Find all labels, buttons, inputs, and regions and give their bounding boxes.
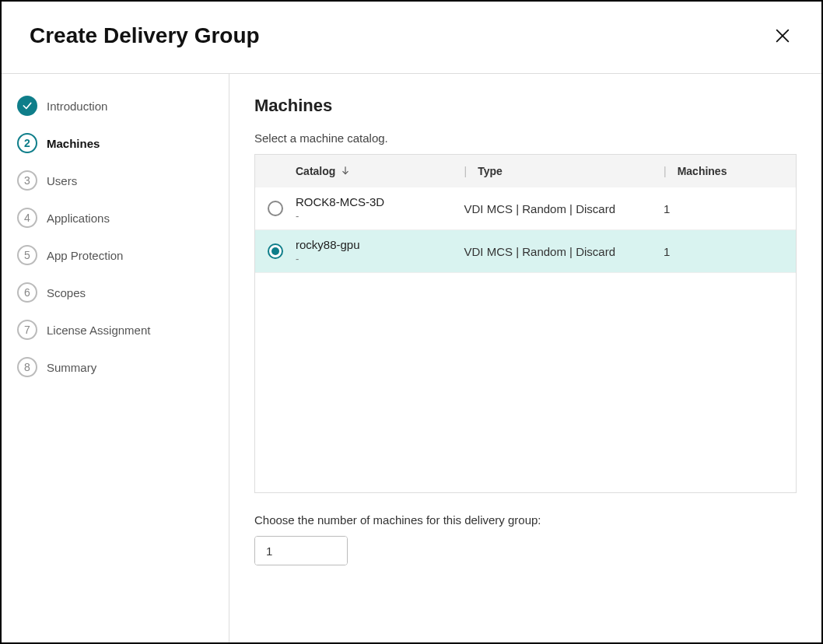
- catalog-radio[interactable]: [268, 201, 283, 216]
- step-label: App Protection: [47, 249, 123, 262]
- step-number-badge: 2: [17, 133, 37, 153]
- step-label: Summary: [47, 361, 96, 374]
- check-icon: [17, 96, 37, 116]
- wizard-step-machines[interactable]: 2Machines: [17, 133, 213, 153]
- step-label: Users: [47, 174, 77, 187]
- col-header-type-label: Type: [478, 165, 503, 177]
- step-number-badge: 3: [17, 170, 37, 191]
- table-header: Catalog |Type |Machines: [255, 155, 796, 187]
- wizard-step-license-assignment[interactable]: 7License Assignment: [17, 320, 213, 340]
- col-header-type[interactable]: |Type: [464, 165, 664, 177]
- catalog-type: VDI MCS | Random | Discard: [464, 245, 664, 258]
- step-number-badge: 6: [17, 282, 37, 303]
- wizard-step-summary[interactable]: 8Summary: [17, 357, 213, 377]
- step-label: Scopes: [47, 286, 86, 299]
- dialog-header: Create Delivery Group: [2, 2, 821, 74]
- section-title: Machines: [254, 96, 797, 116]
- section-subtitle: Select a machine catalog.: [254, 131, 797, 145]
- catalog-name: rocky88-gpu: [296, 238, 360, 251]
- catalog-table: Catalog |Type |Machines ROCK8-MCS-3D-VDI…: [254, 154, 797, 493]
- col-header-machines[interactable]: |Machines: [664, 165, 796, 177]
- table-body: ROCK8-MCS-3D-VDI MCS | Random | Discard1…: [255, 187, 796, 492]
- step-number-badge: 4: [17, 208, 37, 228]
- step-label: Introduction: [47, 100, 107, 113]
- catalog-machines-count: 1: [664, 245, 796, 258]
- step-number-badge: 7: [17, 320, 37, 340]
- machine-count-input[interactable]: [255, 537, 348, 565]
- wizard-step-scopes[interactable]: 6Scopes: [17, 282, 213, 303]
- choose-count-label: Choose the number of machines for this d…: [254, 513, 797, 527]
- step-number-badge: 8: [17, 357, 37, 377]
- step-number-badge: 5: [17, 245, 37, 265]
- col-header-catalog[interactable]: Catalog: [296, 165, 464, 178]
- machine-count-stepper: [254, 536, 348, 565]
- wizard-step-introduction[interactable]: Introduction: [17, 96, 213, 116]
- page-title: Create Delivery Group: [30, 23, 260, 48]
- col-header-machines-label: Machines: [678, 165, 727, 177]
- catalog-machines-count: 1: [664, 202, 796, 215]
- main-content: Machines Select a machine catalog. Catal…: [229, 74, 821, 642]
- wizard-step-applications[interactable]: 4Applications: [17, 208, 213, 228]
- table-row[interactable]: ROCK8-MCS-3D-VDI MCS | Random | Discard1: [255, 187, 796, 230]
- catalog-radio[interactable]: [268, 243, 283, 259]
- close-button[interactable]: [772, 25, 793, 47]
- step-label: License Assignment: [47, 324, 150, 337]
- step-label: Machines: [47, 137, 100, 150]
- wizard-step-app-protection[interactable]: 5App Protection: [17, 245, 213, 265]
- sort-down-icon: [340, 165, 351, 178]
- col-header-catalog-label: Catalog: [296, 165, 335, 177]
- catalog-sub: -: [296, 210, 384, 222]
- wizard-step-users[interactable]: 3Users: [17, 170, 213, 191]
- step-label: Applications: [47, 212, 110, 225]
- catalog-type: VDI MCS | Random | Discard: [464, 202, 664, 215]
- wizard-steps-sidebar: Introduction2Machines3Users4Applications…: [2, 74, 229, 642]
- table-row[interactable]: rocky88-gpu-VDI MCS | Random | Discard1: [255, 230, 796, 273]
- catalog-sub: -: [296, 253, 360, 264]
- catalog-name: ROCK8-MCS-3D: [296, 195, 384, 208]
